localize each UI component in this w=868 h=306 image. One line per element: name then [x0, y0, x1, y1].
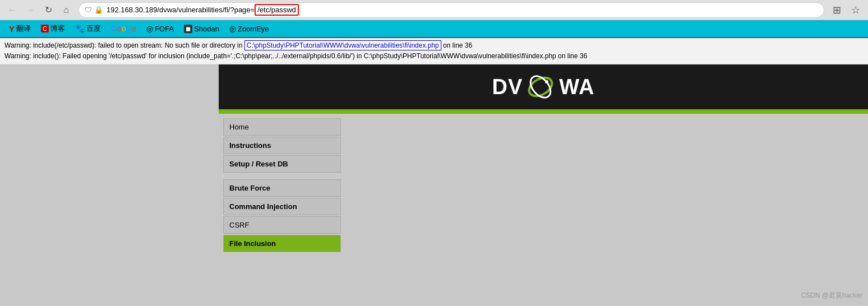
page-content: DV WA Home	[0, 64, 868, 306]
warning2-text: Warning: include(): Failed opening '/etc…	[4, 52, 587, 60]
address-pre: 192.168.30.189/dvwa/vulnerabilities/fi/?…	[107, 6, 255, 14]
address-security-icons: 🛡 🔒	[85, 6, 103, 14]
nav-command-injection[interactable]: Command Injection	[223, 198, 341, 215]
nav-file-inclusion[interactable]: File Inclusion	[223, 235, 341, 252]
menu-separator	[223, 174, 341, 179]
google-icon: Google	[111, 24, 136, 33]
warning1-post: on line 36	[441, 41, 472, 49]
dvwa-green-bar	[219, 109, 868, 114]
info-icon: 🔒	[94, 6, 103, 14]
bookmark-youdao[interactable]: Y 翻译	[4, 22, 35, 35]
fofa-icon: ◎	[146, 24, 153, 33]
warning1-highlight: C:\phpStudy\PHPTutorial\WWW\dvwa\vulnera…	[244, 40, 441, 50]
dvwa-logo-text2: WA	[559, 75, 594, 99]
bookmark-shodan[interactable]: ◼ Shodan	[179, 23, 224, 35]
nav-home[interactable]: Home	[223, 118, 341, 136]
warning-section: Warning: include(/etc/passwd): failed to…	[0, 38, 868, 64]
forward-button[interactable]: →	[22, 2, 38, 18]
zoomeye-icon: ◎	[229, 24, 236, 33]
shodan-icon: ◼	[184, 25, 192, 33]
browser-actions: ⊞ ☆	[829, 2, 864, 18]
bookmark-fofa[interactable]: ◎ FOFA	[142, 22, 178, 35]
youdao-icon: Y	[9, 24, 15, 34]
left-spacer	[0, 64, 219, 306]
address-highlight: /etc/passwd	[255, 4, 299, 16]
bookmarks-bar: Y 翻译 C 博客 🐾 百度 Google ◎ FOFA ◼ Shodan ◎ …	[0, 20, 868, 38]
browser-window: ← → ↻ ⌂ 🛡 🔒 192.168.30.189/dvwa/vulnerab…	[0, 0, 868, 306]
shield-icon: 🛡	[85, 6, 92, 14]
refresh-button[interactable]: ↻	[40, 2, 56, 18]
browser-toolbar: ← → ↻ ⌂ 🛡 🔒 192.168.30.189/dvwa/vulnerab…	[0, 0, 868, 20]
back-button[interactable]: ←	[4, 2, 20, 18]
bookmark-baidu[interactable]: 🐾 百度	[71, 22, 105, 35]
svg-point-2	[545, 80, 548, 84]
bookmark-csdn-label: 博客	[50, 24, 65, 34]
baidu-icon: 🐾	[75, 24, 85, 33]
bookmark-shodan-label: Shodan	[194, 25, 219, 33]
bookmark-baidu-label: 百度	[86, 24, 101, 34]
dvwa-logo-text: DV	[492, 75, 523, 99]
warning-line-1: Warning: include(/etc/passwd): failed to…	[4, 40, 864, 51]
dvwa-sidebar: Home Instructions Setup / Reset DB Brute…	[223, 118, 344, 253]
dvwa-logo: DV WA	[492, 72, 594, 103]
bookmark-csdn[interactable]: C 博客	[36, 22, 70, 35]
nav-instructions[interactable]: Instructions	[223, 137, 341, 154]
nav-brute-force[interactable]: Brute Force	[223, 179, 341, 197]
dvwa-swirl-icon	[525, 72, 556, 103]
bookmark-fofa-label: FOFA	[155, 25, 174, 33]
warning1-pre: Warning: include(/etc/passwd): failed to…	[4, 41, 244, 49]
address-bar[interactable]: 🛡 🔒 192.168.30.189/dvwa/vulnerabilities/…	[79, 2, 824, 18]
extensions-button[interactable]: ⊞	[829, 2, 844, 18]
bookmark-youdao-label: 翻译	[16, 24, 31, 34]
browser-body: Warning: include(/etc/passwd): failed to…	[0, 38, 868, 306]
bookmark-button[interactable]: ☆	[848, 2, 864, 18]
home-button[interactable]: ⌂	[58, 2, 74, 18]
bookmark-google[interactable]: Google	[107, 22, 141, 35]
csdn-icon: C	[41, 25, 49, 33]
warning-line-2: Warning: include(): Failed opening '/etc…	[4, 51, 864, 62]
dvwa-header: DV WA	[219, 64, 868, 109]
nav-buttons: ← → ↻ ⌂	[4, 2, 74, 18]
bookmark-zoomeye-label: ZoomEye	[238, 25, 269, 33]
nav-setup[interactable]: Setup / Reset DB	[223, 155, 341, 173]
nav-csrf[interactable]: CSRF	[223, 216, 341, 234]
dvwa-nav-area: Home Instructions Setup / Reset DB Brute…	[219, 114, 868, 253]
bookmark-zoomeye[interactable]: ◎ ZoomEye	[225, 22, 274, 35]
address-text: 192.168.30.189/dvwa/vulnerabilities/fi/?…	[107, 6, 818, 14]
dvwa-wrapper: DV WA Home	[219, 64, 868, 306]
svg-point-1	[527, 72, 555, 101]
csdn-watermark: CSDN @君莫hacker	[801, 291, 862, 300]
